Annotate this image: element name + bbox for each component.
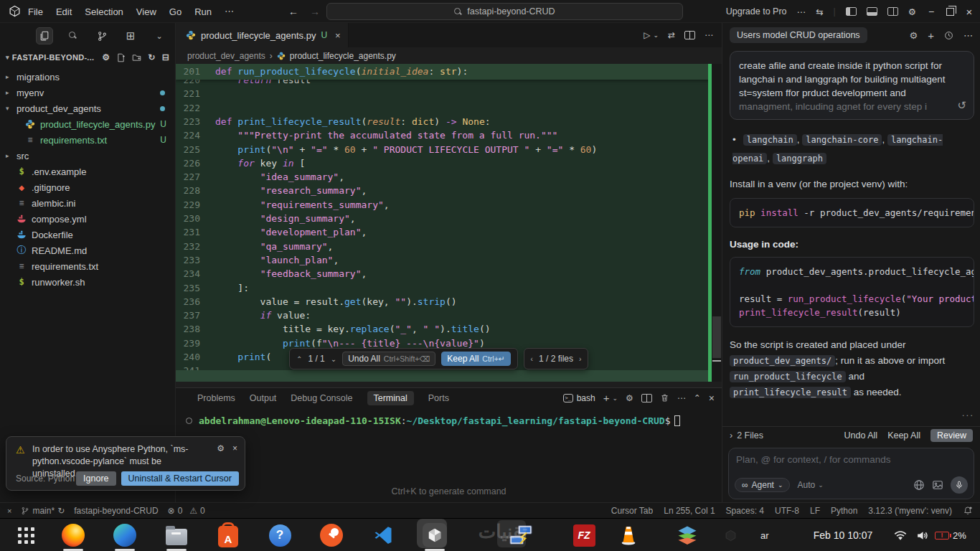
tree-item--gitignore[interactable]: ◆.gitignore xyxy=(0,179,175,195)
kill-terminal-icon[interactable] xyxy=(660,393,669,402)
maximize-panel-icon[interactable]: ⌃ xyxy=(694,393,701,403)
taskbar-help[interactable]: ? xyxy=(265,519,294,551)
problems-item[interactable]: ⊗0 ⚠0 xyxy=(168,506,205,516)
clock[interactable]: Feb 10 10:07 xyxy=(804,519,882,551)
tree-item-compose-yml[interactable]: compose.yml xyxy=(0,211,175,227)
tree-item--env-example[interactable]: $.env.example xyxy=(0,164,175,179)
tree-item-requirements-txt[interactable]: ≡requirements.txtU xyxy=(0,132,175,148)
terminal-settings-icon[interactable]: ⚙ xyxy=(626,393,633,403)
attach-image-icon[interactable] xyxy=(932,479,943,491)
tree-item-requirements-txt[interactable]: ≡requirements.txt xyxy=(0,258,175,274)
notification-close-icon[interactable]: × xyxy=(232,443,237,453)
next-change-icon[interactable]: ⌄ xyxy=(331,355,336,363)
search-view-icon[interactable] xyxy=(65,27,82,44)
taskbar-vscode[interactable] xyxy=(369,519,397,551)
titlebar-more-icon[interactable]: ⋯ xyxy=(797,6,806,17)
extensions-icon[interactable]: ⊞ xyxy=(122,27,139,44)
panel-tab-output[interactable]: Output xyxy=(250,393,277,403)
voice-input-button[interactable] xyxy=(951,476,968,494)
project-item[interactable]: fastapi-beyond-CRUD xyxy=(74,506,158,516)
command-center-search[interactable]: fastapi-beyond-CRUD xyxy=(326,3,683,20)
panel-tab-ports[interactable]: Ports xyxy=(428,393,449,403)
git-branch-item[interactable]: main* ↻ xyxy=(21,506,65,516)
close-panel-icon[interactable]: × xyxy=(709,392,715,404)
explorer-icon[interactable] xyxy=(36,27,53,44)
tree-item-readme-md[interactable]: ⓘREADME.md xyxy=(0,242,175,258)
nav-back-icon[interactable]: ← xyxy=(288,6,298,17)
menu-file[interactable]: File xyxy=(28,6,43,17)
battery-low-icon[interactable]: ! xyxy=(935,519,949,551)
taskbar-app-grid[interactable] xyxy=(11,519,40,551)
notifications-bell-icon[interactable] xyxy=(963,506,973,516)
history-icon[interactable] xyxy=(944,31,953,40)
toggle-panel-icon[interactable] xyxy=(867,7,877,16)
indentation-item[interactable]: Spaces: 4 xyxy=(726,506,764,516)
uninstall-restart-button[interactable]: Uninstall & Restart Cursor xyxy=(121,471,240,486)
taskbar-app-center[interactable]: A xyxy=(214,519,242,551)
taskbar-firefox[interactable] xyxy=(59,519,88,551)
cursor-position-item[interactable]: Ln 255, Col 1 xyxy=(664,506,715,516)
menu-view[interactable]: View xyxy=(136,6,156,17)
breadcrumb-folder[interactable]: product_dev_agents xyxy=(187,51,265,61)
encoding-item[interactable]: UTF-8 xyxy=(775,506,799,516)
panel-tab-problems[interactable]: Problems xyxy=(197,393,235,403)
open-changes-icon[interactable]: ⇄ xyxy=(668,30,675,40)
tree-item-dockerfile[interactable]: Dockerfile xyxy=(0,227,175,242)
menu-more-icon[interactable]: ⋯ xyxy=(225,6,234,17)
sync-icon[interactable]: ⇆ xyxy=(816,6,823,17)
run-dropdown-chevron-icon[interactable]: ⌄ xyxy=(653,32,659,39)
tab-close-icon[interactable]: × xyxy=(335,30,341,41)
tree-item-migrations[interactable]: ▸migrations xyxy=(0,69,175,85)
menu-edit[interactable]: Edit xyxy=(56,6,72,17)
review-button[interactable]: Review xyxy=(930,429,973,442)
chat-input[interactable] xyxy=(736,454,966,465)
activity-more-chevron-icon[interactable]: ⌄ xyxy=(151,27,168,44)
upgrade-to-pro-button[interactable]: Upgrade to Pro xyxy=(726,6,787,17)
model-selector[interactable]: Auto ⌄ xyxy=(797,480,823,490)
tab-product-lifecycle-agents[interactable]: product_lifecycle_agents.py U × xyxy=(176,23,349,47)
web-search-icon[interactable] xyxy=(913,479,925,491)
taskbar-cursor[interactable] xyxy=(420,519,449,551)
refresh-icon[interactable]: ↻ xyxy=(148,52,155,62)
settings-gear-icon[interactable]: ⚙ xyxy=(908,6,916,17)
panel-more-icon[interactable]: ⋯ xyxy=(677,393,686,403)
taskbar-layers-app[interactable] xyxy=(673,519,702,551)
chat-tab[interactable]: Users model CRUD operations xyxy=(730,27,867,43)
tray-cursor-icon[interactable] xyxy=(725,519,737,551)
nav-forward-icon[interactable]: → xyxy=(310,6,320,17)
breadcrumb-file[interactable]: product_lifecycle_agents.py xyxy=(290,51,396,61)
tree-item-product-lifecycle-agents-py[interactable]: product_lifecycle_agents.pyU xyxy=(0,116,175,132)
minimize-button[interactable]: − xyxy=(926,6,936,17)
shell-selector[interactable]: >_bash xyxy=(563,393,595,403)
menu-go[interactable]: Go xyxy=(169,6,182,17)
split-terminal-icon[interactable] xyxy=(641,394,652,402)
interpreter-item[interactable]: 3.12.3 ('myenv': venv) xyxy=(868,506,952,516)
scrollbar-slider[interactable] xyxy=(712,316,721,358)
user-message-card[interactable]: create afile and create inside it python… xyxy=(730,51,974,120)
remote-indicator-icon[interactable]: × xyxy=(7,507,11,515)
terminal[interactable]: abdelrahman@Lenovo-ideapad-110-15ISK:~/D… xyxy=(186,415,680,426)
close-button[interactable]: × xyxy=(964,6,974,18)
chat-more-icon[interactable]: ⋯ xyxy=(963,30,973,41)
split-editor-icon[interactable] xyxy=(684,31,695,39)
new-folder-icon[interactable] xyxy=(132,53,141,62)
cursor-tab-item[interactable]: Cursor Tab xyxy=(611,506,653,516)
volume-icon[interactable] xyxy=(916,519,928,551)
toggle-left-sidebar-icon[interactable] xyxy=(846,7,857,16)
chat-settings-icon[interactable]: ⚙ xyxy=(910,30,918,41)
collapse-all-icon[interactable]: ⊟ xyxy=(162,52,169,62)
toggle-right-sidebar-icon[interactable] xyxy=(887,7,898,16)
menu-run[interactable]: Run xyxy=(194,6,212,17)
prev-change-icon[interactable]: ⌃ xyxy=(296,355,302,363)
prev-file-icon[interactable]: ‹ xyxy=(531,355,533,363)
taskbar-file-manager[interactable] xyxy=(162,519,191,551)
next-file-icon[interactable]: › xyxy=(579,355,581,363)
new-chat-icon[interactable]: + xyxy=(928,29,934,42)
terminal-dropdown-icon[interactable]: ⌄ xyxy=(612,395,618,402)
run-python-icon[interactable]: ▷ xyxy=(644,30,650,40)
notification-settings-icon[interactable]: ⚙ xyxy=(217,443,225,453)
expand-files-chevron-icon[interactable]: › xyxy=(730,430,732,441)
editor-more-icon[interactable]: ⋯ xyxy=(705,30,713,40)
keep-all-button[interactable]: Keep AllCtrl+↵ xyxy=(441,352,510,366)
taskbar-filezilla[interactable]: FZ xyxy=(570,519,598,551)
